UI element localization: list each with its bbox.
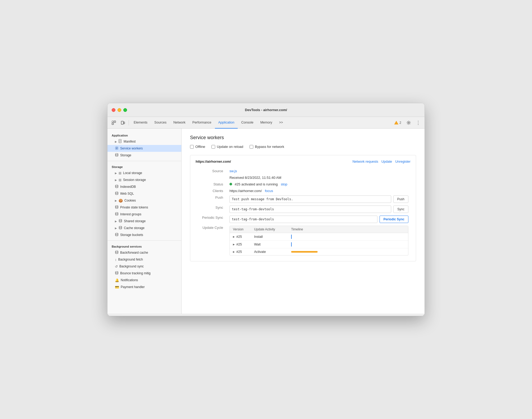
sidebar-item-websql[interactable]: Web SQL bbox=[107, 190, 181, 197]
tab-performance[interactable]: Performance bbox=[189, 117, 215, 129]
sync-row: Sync Sync bbox=[196, 204, 411, 214]
sync-value-cell: Sync bbox=[227, 204, 411, 214]
close-button[interactable] bbox=[112, 108, 115, 112]
network-requests-link[interactable]: Network requests bbox=[353, 160, 378, 163]
manifest-doc-icon bbox=[119, 139, 122, 144]
horizontal-scrollbar[interactable] bbox=[107, 314, 425, 316]
tab-sources[interactable]: Sources bbox=[151, 117, 170, 129]
sw-actions: Network requests Update Unregister bbox=[353, 160, 411, 163]
timeline-tick-1 bbox=[291, 242, 292, 247]
periodic-sync-button[interactable]: Periodic Sync bbox=[380, 216, 408, 223]
sidebar-item-cookies[interactable]: ▶ 🍪 Cookies bbox=[107, 197, 181, 204]
sidebar-item-service-workers[interactable]: Service workers bbox=[107, 145, 181, 152]
sidebar-item-notifications[interactable]: 🔔 Notifications bbox=[107, 277, 181, 284]
sidebar-item-indexeddb[interactable]: IndexedDB bbox=[107, 183, 181, 190]
interest-groups-label: Interest groups bbox=[120, 212, 141, 216]
service-worker-block: https://airhorner.com/ Network requests … bbox=[190, 155, 416, 261]
bypass-for-network-checkbox[interactable] bbox=[250, 145, 253, 149]
update-cycle-row-1: ▶ #25 Wait bbox=[230, 241, 408, 248]
sidebar-item-payment-handler[interactable]: 💳 Payment handler bbox=[107, 284, 181, 290]
svg-point-19 bbox=[115, 251, 118, 252]
unregister-link[interactable]: Unregister bbox=[395, 160, 411, 163]
maximize-button[interactable] bbox=[123, 108, 127, 112]
back-forward-cache-icon bbox=[115, 251, 119, 255]
tab-more[interactable]: >> bbox=[276, 117, 286, 129]
warning-badge[interactable]: 2 bbox=[392, 120, 403, 126]
push-button[interactable]: Push bbox=[393, 195, 408, 203]
storage-buckets-label: Storage buckets bbox=[120, 233, 143, 237]
sw-url-row: https://airhorner.com/ Network requests … bbox=[196, 160, 411, 163]
status-dot bbox=[229, 183, 232, 185]
sidebar-item-shared-storage[interactable]: ▶ Shared storage bbox=[107, 218, 181, 225]
tab-network[interactable]: Network bbox=[170, 117, 189, 129]
indexeddb-label: IndexedDB bbox=[120, 185, 136, 189]
sw-info-table: Source sw.js Received 8/23/2022, 11:51:4… bbox=[196, 168, 411, 257]
more-options-icon[interactable]: ⋮ bbox=[414, 119, 422, 127]
bypass-for-network-checkbox-label[interactable]: Bypass for network bbox=[250, 145, 284, 149]
devtools-body: Application ▶ Manifest Service workers S… bbox=[107, 129, 425, 314]
cookies-chevron-icon: ▶ bbox=[115, 199, 117, 202]
sidebar-item-back-forward-cache[interactable]: Back/forward cache bbox=[107, 249, 181, 256]
storage-buckets-icon bbox=[115, 233, 119, 237]
version-0: #25 bbox=[236, 235, 242, 239]
periodic-sync-input[interactable] bbox=[229, 216, 377, 223]
received-value: Received 8/23/2022, 11:51:40 AM bbox=[227, 174, 411, 181]
version-cell-1: ▶ #25 bbox=[233, 243, 254, 246]
storage-app-label: Storage bbox=[120, 153, 131, 157]
device-toggle-icon[interactable] bbox=[119, 119, 127, 127]
status-text: #25 activated and is running bbox=[235, 182, 278, 186]
offline-checkbox-label[interactable]: Offline bbox=[190, 145, 205, 149]
sidebar-item-private-state-tokens[interactable]: Private state tokens bbox=[107, 204, 181, 211]
stop-link[interactable]: stop bbox=[281, 182, 287, 186]
service-workers-label: Service workers bbox=[120, 147, 143, 150]
devtools-toolbar: Elements Sources Network Performance App… bbox=[107, 117, 425, 129]
tab-elements[interactable]: Elements bbox=[130, 117, 151, 129]
settings-icon[interactable] bbox=[404, 119, 413, 127]
sidebar-item-interest-groups[interactable]: Interest groups bbox=[107, 211, 181, 218]
sync-button[interactable]: Sync bbox=[393, 206, 408, 213]
local-storage-label: Local storage bbox=[123, 171, 142, 175]
tab-application[interactable]: Application bbox=[215, 117, 237, 129]
sidebar-divider-1 bbox=[107, 161, 181, 161]
manifest-chevron-icon: ▶ bbox=[115, 140, 117, 143]
focus-link[interactable]: focus bbox=[265, 189, 273, 193]
svg-point-5 bbox=[408, 122, 409, 123]
status-label: Status bbox=[196, 181, 227, 188]
source-link[interactable]: sw.js bbox=[229, 169, 237, 173]
offline-checkbox[interactable] bbox=[190, 145, 194, 149]
back-forward-cache-label: Back/forward cache bbox=[120, 251, 148, 254]
sidebar-item-storage-app[interactable]: Storage bbox=[107, 152, 181, 159]
sidebar-item-bounce-tracking[interactable]: Bounce tracking mitig bbox=[107, 270, 181, 277]
periodic-sync-input-row: Periodic Sync bbox=[229, 216, 408, 223]
tab-memory[interactable]: Memory bbox=[257, 117, 275, 129]
interest-groups-icon bbox=[115, 212, 119, 216]
payment-handler-icon: 💳 bbox=[115, 285, 119, 289]
cache-storage-chevron-icon: ▶ bbox=[115, 227, 117, 230]
sidebar-item-local-storage[interactable]: ▶ ⊞ Local storage bbox=[107, 170, 181, 176]
svg-point-10 bbox=[116, 148, 117, 149]
sidebar-item-cache-storage[interactable]: ▶ Cache storage bbox=[107, 225, 181, 231]
bypass-for-network-label: Bypass for network bbox=[255, 145, 284, 149]
sidebar-item-background-fetch[interactable]: ↕ Background fetch bbox=[107, 256, 181, 263]
sidebar-item-background-sync[interactable]: ↺ Background sync bbox=[107, 263, 181, 270]
service-workers-gear-icon bbox=[115, 146, 119, 151]
devtools-window: DevTools - airhorner.com/ Elements Sourc… bbox=[107, 103, 425, 316]
update-on-reload-checkbox-label[interactable]: Update on reload bbox=[211, 145, 243, 149]
update-link[interactable]: Update bbox=[381, 160, 392, 163]
row-chevron-1: ▶ bbox=[233, 243, 235, 246]
minimize-button[interactable] bbox=[118, 108, 121, 112]
sidebar-item-storage-buckets[interactable]: Storage buckets bbox=[107, 231, 181, 238]
background-sync-icon: ↺ bbox=[115, 265, 118, 268]
received-row: Received 8/23/2022, 11:51:40 AM bbox=[196, 174, 411, 181]
update-on-reload-label: Update on reload bbox=[217, 145, 243, 149]
sidebar-item-session-storage[interactable]: ▶ ⊞ Session storage bbox=[107, 176, 181, 183]
push-input[interactable] bbox=[229, 195, 391, 203]
update-on-reload-checkbox[interactable] bbox=[211, 145, 215, 149]
sync-input[interactable] bbox=[229, 206, 391, 213]
sidebar-item-manifest[interactable]: ▶ Manifest bbox=[107, 138, 181, 145]
warning-icon bbox=[394, 121, 398, 125]
options-row: Offline Update on reload Bypass for netw… bbox=[190, 145, 416, 149]
sidebar: Application ▶ Manifest Service workers S… bbox=[107, 129, 182, 314]
inspector-icon[interactable] bbox=[110, 119, 118, 127]
tab-console[interactable]: Console bbox=[238, 117, 257, 129]
